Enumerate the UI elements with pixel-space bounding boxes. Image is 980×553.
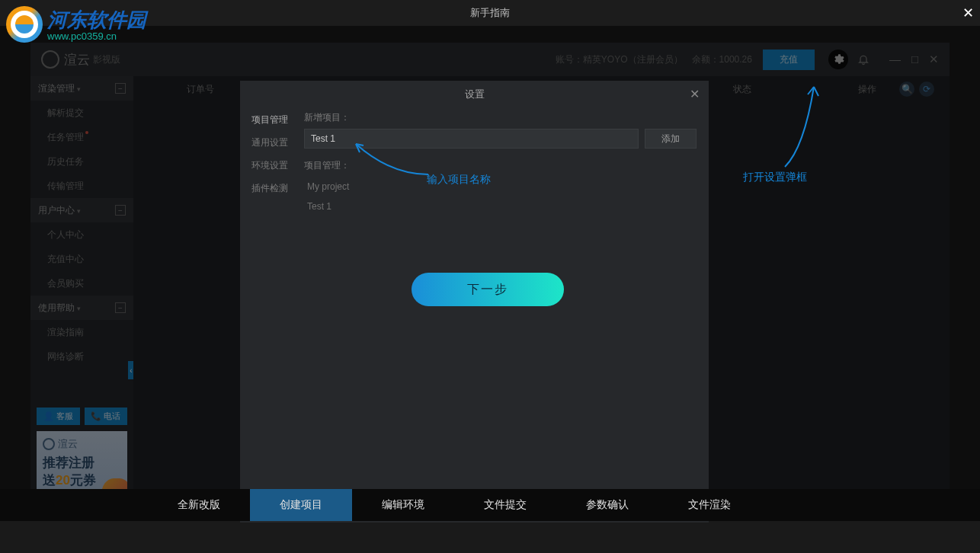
settings-tab-environment[interactable]: 环境设置 xyxy=(240,154,299,177)
project-item[interactable]: Test 1 xyxy=(304,197,697,216)
settings-modal-title: 设置 xyxy=(465,88,485,101)
sidebar-item-diagnosis[interactable]: 网络诊断 xyxy=(30,344,133,369)
guide-titlebar: 新手指南 ✕ xyxy=(0,0,980,26)
search-icon-button[interactable]: 🔍 xyxy=(899,82,914,97)
support-service-button[interactable]: 👤 客服 xyxy=(37,408,80,425)
app-logo-subtext: 影视版 xyxy=(93,53,120,66)
settings-close-button[interactable]: ✕ xyxy=(690,87,700,101)
account-label: 账号：精英YOYO（注册会员） xyxy=(556,53,683,66)
guide-close-button[interactable]: ✕ xyxy=(962,5,974,21)
step-tab-create-project[interactable]: 创建项目 xyxy=(250,489,352,521)
app-logo-text: 渲云 xyxy=(64,51,90,69)
sidebar-item-history[interactable]: 历史任务 xyxy=(30,149,133,174)
annotation-open-settings: 打开设置弹框 xyxy=(743,171,807,184)
sidebar-item-profile[interactable]: 个人中心 xyxy=(30,222,133,247)
app-logo: 渲云 影视版 xyxy=(41,50,120,69)
annotation-input-name: 输入项目名称 xyxy=(427,173,491,187)
recharge-button[interactable]: 充值 xyxy=(763,50,815,70)
support-phone-button[interactable]: 📞 电话 xyxy=(85,408,128,425)
settings-tab-project[interactable]: 项目管理 xyxy=(240,108,299,131)
collapse-icon[interactable]: − xyxy=(115,83,126,94)
sidebar-item-parse[interactable]: 解析提交 xyxy=(30,101,133,125)
column-status: 状态 xyxy=(733,83,751,96)
step-tab-file-render[interactable]: 文件渲染 xyxy=(658,489,761,521)
maximize-button[interactable]: □ xyxy=(911,53,918,66)
annotation-arrow-settings xyxy=(762,79,823,171)
site-watermark: 河东软件园 www.pc0359.cn xyxy=(6,6,146,43)
sidebar-item-transfer[interactable]: 传输管理 xyxy=(30,174,133,198)
sidebar-item-guide[interactable]: 渲染指南 xyxy=(30,320,133,344)
watermark-title: 河东软件园 xyxy=(47,7,146,34)
sidebar-item-recharge[interactable]: 充值中心 xyxy=(30,247,133,271)
notification-button[interactable] xyxy=(854,50,873,69)
step-tabs: 全新改版 创建项目 编辑环境 文件提交 参数确认 文件渲染 xyxy=(0,489,980,521)
sidebar: 渲染管理 ▾ − 解析提交 任务管理 历史任务 传输管理 用户中心 ▾ − 个人… xyxy=(30,76,133,521)
sidebar-section-user[interactable]: 用户中心 ▾ − xyxy=(30,198,133,222)
promo-line1: 推荐注册 xyxy=(43,454,121,471)
settings-tab-plugin[interactable]: 插件检测 xyxy=(240,177,299,200)
collapse-icon[interactable]: − xyxy=(115,302,126,313)
minimize-button[interactable]: — xyxy=(889,53,901,66)
watermark-logo-icon xyxy=(6,6,43,43)
refresh-icon-button[interactable]: ⟳ xyxy=(919,82,934,97)
new-project-label: 新增项目： xyxy=(304,111,697,124)
sidebar-section-render[interactable]: 渲染管理 ▾ − xyxy=(30,76,133,101)
app-logo-icon xyxy=(41,50,59,69)
balance-label: 余额：1000.26 xyxy=(692,53,752,66)
settings-tab-general[interactable]: 通用设置 xyxy=(240,131,299,154)
app-header: 渲云 影视版 账号：精英YOYO（注册会员） 余额：1000.26 充值 — □… xyxy=(30,43,950,76)
sidebar-item-tasks[interactable]: 任务管理 xyxy=(30,125,133,149)
gear-icon xyxy=(832,53,844,66)
add-project-button[interactable]: 添加 xyxy=(645,129,697,149)
step-tab-edit-env[interactable]: 编辑环境 xyxy=(352,489,454,521)
sidebar-item-membership[interactable]: 会员购买 xyxy=(30,271,133,296)
sidebar-section-help[interactable]: 使用帮助 ▾ − xyxy=(30,296,133,320)
annotation-arrow-input xyxy=(344,133,436,186)
collapse-icon[interactable]: − xyxy=(115,205,126,216)
column-order: 订单号 xyxy=(187,83,214,96)
column-action: 操作 xyxy=(858,83,876,96)
settings-button[interactable] xyxy=(828,50,848,69)
step-tab-file-submit[interactable]: 文件提交 xyxy=(454,489,556,521)
guide-title: 新手指南 xyxy=(470,6,510,20)
next-step-button[interactable]: 下一步 xyxy=(412,273,564,306)
step-tab-overview[interactable]: 全新改版 xyxy=(148,489,250,521)
close-button[interactable]: ✕ xyxy=(929,53,939,66)
step-tab-param-confirm[interactable]: 参数确认 xyxy=(556,489,658,521)
bell-icon xyxy=(857,53,870,66)
